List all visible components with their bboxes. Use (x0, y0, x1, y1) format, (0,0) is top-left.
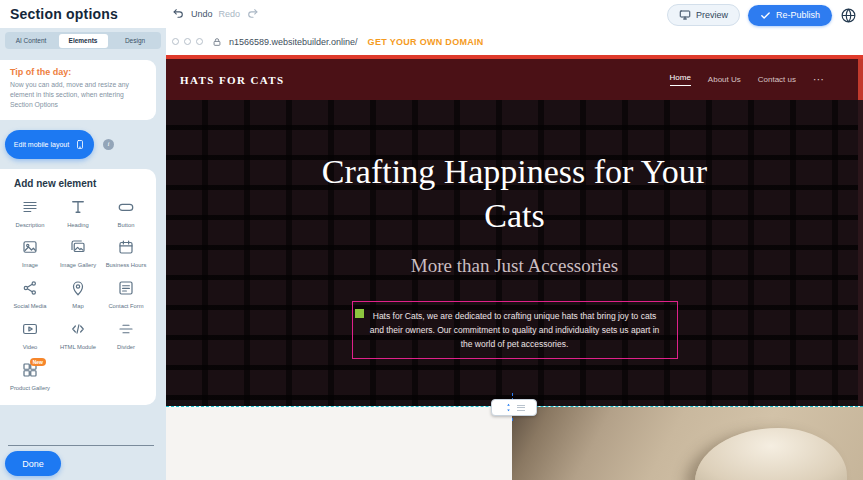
nav-item-about[interactable]: About Us (708, 75, 741, 84)
contact-form-icon (117, 279, 135, 297)
video-icon (21, 320, 39, 338)
add-element-button[interactable]: Button (102, 198, 150, 230)
republish-label: Re-Publish (776, 10, 820, 20)
sidebar-divider (8, 445, 154, 446)
new-badge: New (30, 358, 46, 366)
add-element-description[interactable]: Description (6, 198, 54, 230)
add-element-product-gallery[interactable]: New Product Gallery (6, 361, 54, 393)
button-icon (117, 198, 135, 216)
element-drag-handle[interactable] (355, 309, 364, 318)
hero-paragraph-box[interactable]: Hats for Cats, we are dedicated to craft… (352, 301, 678, 359)
add-element-divider[interactable]: Divider (102, 320, 150, 352)
undo-icon[interactable] (172, 7, 185, 20)
add-element-image-gallery[interactable]: Image Gallery (54, 238, 102, 270)
html-module-icon (69, 320, 87, 338)
main-preview: n1566589.websitebuilder.online/ GET YOUR… (166, 28, 863, 480)
mobile-layout-row: Edit mobile layout i (5, 130, 166, 159)
hero-subheading[interactable]: More than Just Accessories (166, 255, 863, 277)
redo-icon[interactable] (246, 7, 259, 20)
done-button[interactable]: Done (5, 451, 61, 476)
info-icon[interactable]: i (103, 139, 114, 150)
resize-arrows-icon (504, 402, 513, 413)
tab-elements[interactable]: Elements (59, 34, 108, 48)
hero-heading[interactable]: Crafting Happiness for Your Cats (315, 100, 715, 237)
nav-more-icon[interactable]: ⋯ (813, 73, 825, 86)
cat-shape (695, 428, 847, 480)
site-canvas: HATS FOR CATS Home About Us Contact us ⋯… (166, 55, 863, 480)
next-section (166, 407, 863, 480)
hero-right-strip (858, 100, 863, 406)
image-icon (21, 238, 39, 256)
site-logo[interactable]: HATS FOR CATS (180, 74, 285, 86)
sidebar: AI Content Elements Design Tip of the da… (0, 28, 166, 480)
divider-icon (117, 320, 135, 338)
preview-button[interactable]: Preview (667, 4, 740, 26)
image-gallery-icon (69, 238, 87, 256)
tip-body: Now you can add, move and resize any ele… (10, 80, 147, 111)
add-element-panel: Add new element Description Heading Butt… (0, 169, 156, 405)
section-resize-handle[interactable] (491, 399, 537, 416)
browser-bar: n1566589.websitebuilder.online/ GET YOUR… (166, 28, 863, 55)
check-icon (760, 10, 771, 21)
site-header[interactable]: HATS FOR CATS Home About Us Contact us ⋯ (166, 59, 863, 100)
add-element-map[interactable]: Map (54, 279, 102, 311)
add-element-business-hours[interactable]: Business Hours (102, 238, 150, 270)
sidebar-tabs: AI Content Elements Design (5, 32, 161, 49)
phone-icon (75, 137, 85, 152)
add-element-social-media[interactable]: Social Media (6, 279, 54, 311)
resize-grip-icon (517, 405, 525, 411)
browser-dot (196, 38, 203, 45)
page-title: Section options (10, 6, 118, 22)
lock-icon (212, 37, 222, 47)
preview-label: Preview (696, 10, 728, 20)
browser-dot (184, 38, 191, 45)
edit-mobile-layout-button[interactable]: Edit mobile layout (5, 130, 94, 159)
map-icon (69, 279, 87, 297)
nav-item-contact[interactable]: Contact us (758, 75, 796, 84)
site-nav: Home About Us Contact us ⋯ (670, 73, 826, 86)
globe-icon[interactable] (840, 7, 857, 24)
element-grid: Description Heading Button Image Image G… (2, 198, 154, 393)
heading-icon (69, 198, 87, 216)
description-icon (21, 198, 39, 216)
site-url: n1566589.websitebuilder.online/ (229, 37, 358, 47)
redo-button[interactable]: Redo (219, 9, 241, 19)
add-element-heading[interactable]: Heading (54, 198, 102, 230)
undo-button[interactable]: Undo (191, 9, 213, 19)
social-media-icon (21, 279, 39, 297)
topbar-actions: Preview Re-Publish (667, 4, 857, 26)
cat-photo[interactable] (512, 407, 863, 480)
tip-title: Tip of the day: (10, 67, 147, 77)
tab-ai-content[interactable]: AI Content (7, 34, 56, 48)
tab-design[interactable]: Design (111, 34, 160, 48)
history-controls: Undo Redo (172, 7, 259, 20)
hero-paragraph: Hats for Cats, we are dedicated to craft… (370, 311, 660, 349)
topbar: Section options Undo Redo Preview Re-Pub… (0, 0, 863, 28)
edit-mobile-layout-label: Edit mobile layout (14, 141, 69, 148)
add-element-contact-form[interactable]: Contact Form (102, 279, 150, 311)
add-element-video[interactable]: Video (6, 320, 54, 352)
republish-button[interactable]: Re-Publish (748, 5, 832, 26)
tip-card: Tip of the day: Now you can add, move an… (0, 60, 156, 120)
header-right-strip (858, 59, 863, 100)
add-element-html-module[interactable]: HTML Module (54, 320, 102, 352)
get-domain-link[interactable]: GET YOUR OWN DOMAIN (368, 37, 484, 47)
hero-section[interactable]: Crafting Happiness for Your Cats More th… (166, 100, 863, 406)
nav-item-home[interactable]: Home (670, 73, 691, 86)
browser-dot (172, 38, 179, 45)
business-hours-icon (117, 238, 135, 256)
add-element-image[interactable]: Image (6, 238, 54, 270)
app: Section options Undo Redo Preview Re-Pub… (0, 0, 863, 480)
add-element-title: Add new element (14, 178, 154, 189)
monitor-icon (679, 9, 691, 21)
